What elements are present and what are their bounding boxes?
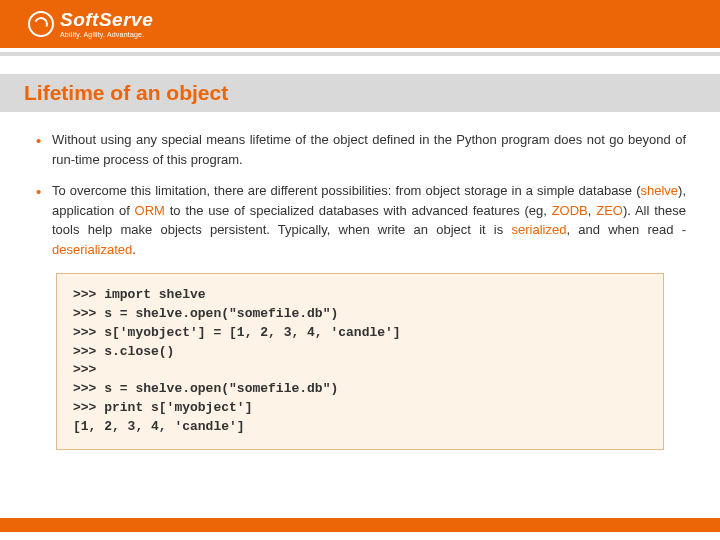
brand-name: SoftServe: [60, 10, 153, 29]
header-bar: SoftServe Ability. Agility. Advantage.: [0, 0, 720, 48]
highlight-term: ORM: [135, 203, 165, 218]
bullet-text: ,: [588, 203, 596, 218]
list-item: To overcome this limitation, there are d…: [34, 181, 686, 259]
footer-bar: [0, 518, 720, 532]
content-area: Without using any special means lifetime…: [0, 112, 720, 450]
bullet-text: to the use of specialized databases with…: [165, 203, 552, 218]
logo-mark-icon: [28, 11, 54, 37]
logo-text: SoftServe Ability. Agility. Advantage.: [60, 10, 153, 38]
title-band: Lifetime of an object: [0, 74, 720, 112]
bullet-text: To overcome this limitation, there are d…: [52, 183, 640, 198]
code-example: >>> import shelve >>> s = shelve.open("s…: [56, 273, 664, 450]
highlight-term: ZODB: [552, 203, 588, 218]
bullet-text: , and when read -: [566, 222, 686, 237]
brand-logo: SoftServe Ability. Agility. Advantage.: [28, 10, 153, 38]
bullet-text: Without using any special means lifetime…: [52, 132, 686, 167]
brand-tagline: Ability. Agility. Advantage.: [60, 31, 153, 38]
bullet-list: Without using any special means lifetime…: [34, 130, 686, 259]
highlight-term: ZEO: [596, 203, 623, 218]
highlight-term: deserializated: [52, 242, 132, 257]
list-item: Without using any special means lifetime…: [34, 130, 686, 169]
bullet-text: .: [132, 242, 136, 257]
page-title: Lifetime of an object: [24, 81, 228, 105]
highlight-term: serialized: [511, 222, 566, 237]
header-underline: [0, 52, 720, 56]
highlight-term: shelve: [640, 183, 678, 198]
